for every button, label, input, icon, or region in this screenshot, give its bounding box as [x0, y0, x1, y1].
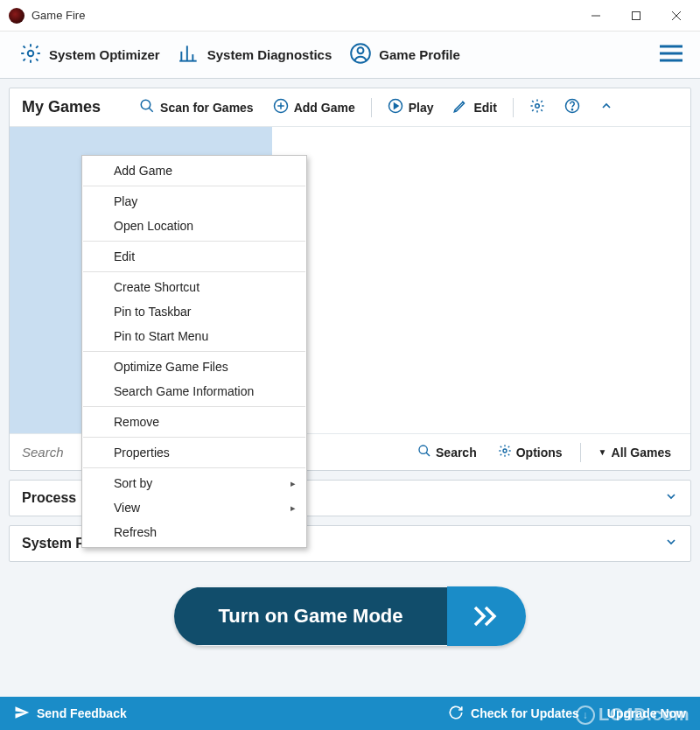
search-icon: [139, 98, 155, 116]
play-button[interactable]: Play: [381, 95, 441, 120]
cm-add-game[interactable]: Add Game: [82, 158, 306, 183]
cm-separator: [83, 406, 305, 407]
scan-for-games-button[interactable]: Scan for Games: [132, 95, 261, 120]
caret-down-icon: ▼: [598, 447, 607, 457]
cm-separator: [83, 437, 305, 438]
svg-rect-1: [633, 11, 640, 19]
options-label: Options: [516, 446, 563, 460]
scan-label: Scan for Games: [160, 101, 254, 115]
svg-point-26: [503, 449, 507, 453]
help-button[interactable]: [557, 95, 587, 120]
edit-label: Edit: [473, 101, 496, 115]
cm-edit[interactable]: Edit: [82, 244, 306, 269]
cm-separator: [83, 241, 305, 242]
profile-icon: [349, 42, 372, 68]
game-profile-label: Game Profile: [379, 47, 460, 62]
game-detail-area: [272, 127, 690, 433]
svg-line-15: [149, 108, 153, 112]
add-label: Add Game: [294, 101, 355, 115]
check-updates-label: Check for Updates: [471, 706, 579, 720]
game-mode-row: Turn on Game Mode: [9, 571, 691, 653]
chevron-down-icon: [664, 535, 678, 552]
all-games-dropdown[interactable]: ▼ All Games: [592, 442, 678, 463]
refresh-icon: [448, 705, 464, 723]
watermark-text: LO4D.com: [598, 705, 690, 725]
svg-point-4: [28, 50, 34, 56]
turn-on-game-mode-button[interactable]: Turn on Game Mode: [174, 586, 525, 646]
settings-button[interactable]: [522, 95, 552, 120]
svg-point-14: [141, 100, 150, 109]
chart-icon: [178, 42, 200, 68]
search-label: Search: [436, 446, 477, 460]
maximize-button[interactable]: [616, 0, 656, 32]
gear-icon: [498, 444, 512, 460]
cm-play[interactable]: Play: [82, 189, 306, 214]
cm-create-shortcut[interactable]: Create Shortcut: [82, 275, 306, 299]
svg-point-23: [571, 109, 572, 110]
watermark: ↓ LO4D.com: [576, 705, 690, 725]
send-feedback-label: Send Feedback: [37, 706, 127, 720]
check-for-updates-button[interactable]: Check for Updates: [434, 697, 593, 730]
play-icon: [388, 98, 403, 116]
chevron-up-icon: [599, 99, 613, 116]
cm-separator: [83, 271, 305, 272]
options-button[interactable]: Options: [491, 440, 570, 464]
system-diagnostics-button[interactable]: System Diagnostics: [169, 37, 341, 74]
my-games-header: My Games Scan for Games Add Game Play Ed…: [10, 88, 690, 127]
double-chevron-icon: [447, 586, 526, 646]
gear-icon: [19, 42, 42, 68]
cm-properties[interactable]: Properties: [82, 440, 306, 465]
search-button[interactable]: Search: [410, 440, 484, 464]
context-menu: Add Game Play Open Location Edit Create …: [81, 155, 307, 548]
app-icon: [9, 8, 24, 24]
minimize-button[interactable]: [576, 0, 616, 32]
cm-remove[interactable]: Remove: [82, 410, 306, 434]
help-icon: [564, 98, 580, 116]
main-toolbar: System Optimizer System Diagnostics Game…: [0, 32, 700, 79]
system-diagnostics-label: System Diagnostics: [207, 47, 332, 62]
svg-point-21: [536, 104, 540, 109]
svg-point-10: [358, 47, 364, 53]
collapse-button[interactable]: [592, 95, 620, 119]
gear-icon: [529, 98, 545, 116]
close-button[interactable]: [656, 0, 696, 32]
window-title: Game Fire: [32, 9, 576, 22]
add-game-button[interactable]: Add Game: [266, 95, 362, 120]
system-optimizer-label: System Optimizer: [49, 47, 160, 62]
cm-pin-taskbar[interactable]: Pin to Taskbar: [82, 299, 306, 324]
game-mode-label: Turn on Game Mode: [174, 587, 446, 645]
all-games-label: All Games: [612, 446, 671, 460]
cm-open-location[interactable]: Open Location: [82, 214, 306, 238]
separator: [513, 98, 514, 117]
window-controls: [576, 0, 696, 32]
edit-button[interactable]: Edit: [445, 95, 503, 120]
search-icon: [417, 444, 431, 460]
plus-icon: [273, 98, 289, 116]
cm-separator: [83, 186, 305, 186]
pencil-icon: [452, 98, 468, 116]
download-icon: ↓: [576, 705, 595, 725]
footer-spacer: [141, 697, 434, 730]
svg-marker-20: [394, 103, 398, 109]
send-feedback-button[interactable]: Send Feedback: [0, 697, 141, 730]
separator: [580, 443, 581, 462]
chevron-down-icon: [664, 489, 678, 507]
menu-button[interactable]: [653, 38, 690, 73]
send-icon: [14, 705, 30, 723]
cm-optimize-game-files[interactable]: Optimize Game Files: [82, 354, 306, 379]
cm-refresh[interactable]: Refresh: [82, 520, 306, 544]
my-games-title: My Games: [22, 98, 101, 116]
separator: [371, 98, 372, 117]
cm-separator: [83, 351, 305, 352]
cm-pin-start-menu[interactable]: Pin to Start Menu: [82, 324, 306, 348]
svg-point-24: [419, 446, 427, 453]
system-optimizer-button[interactable]: System Optimizer: [10, 37, 169, 74]
cm-separator: [83, 467, 305, 468]
cm-search-game-info[interactable]: Search Game Information: [82, 379, 306, 404]
svg-line-25: [426, 453, 430, 456]
cm-view[interactable]: View: [82, 495, 306, 520]
titlebar: Game Fire: [0, 0, 700, 32]
cm-sort-by[interactable]: Sort by: [82, 471, 306, 495]
game-profile-button[interactable]: Game Profile: [340, 37, 469, 74]
play-label: Play: [409, 101, 434, 115]
